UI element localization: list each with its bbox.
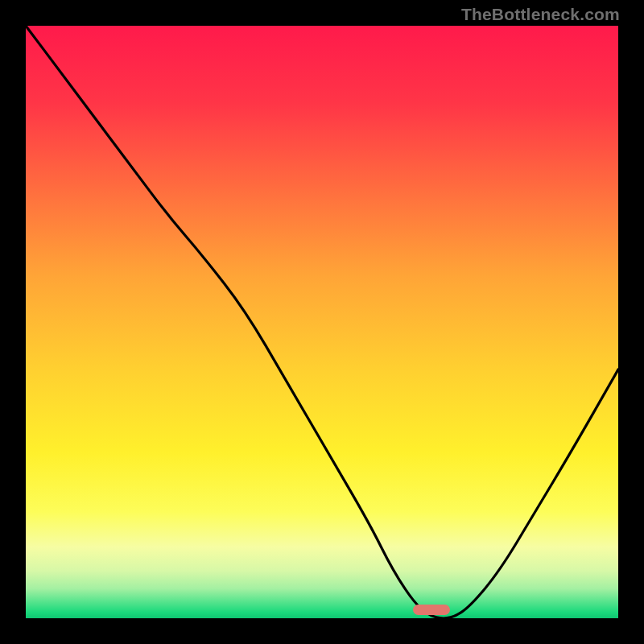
- optimal-range-marker: [413, 605, 450, 615]
- chart-frame: TheBottleneck.com: [0, 0, 644, 644]
- bottleneck-curve: [26, 26, 618, 618]
- plot-area: [26, 26, 618, 618]
- watermark-text: TheBottleneck.com: [461, 5, 620, 24]
